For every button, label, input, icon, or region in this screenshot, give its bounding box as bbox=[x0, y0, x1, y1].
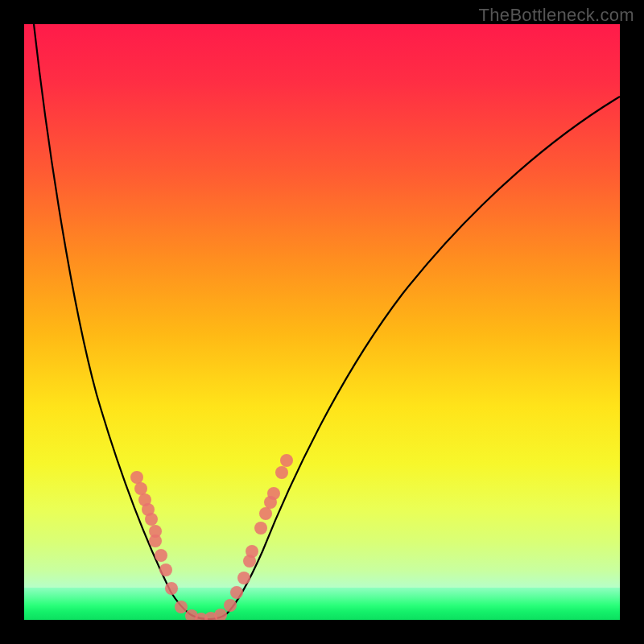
data-point bbox=[267, 487, 280, 500]
plot-area bbox=[24, 24, 620, 620]
chart-container: TheBottleneck.com bbox=[0, 0, 644, 644]
data-point bbox=[230, 586, 243, 599]
data-point bbox=[159, 564, 172, 576]
data-point bbox=[224, 599, 237, 612]
data-point bbox=[246, 545, 258, 558]
data-point bbox=[149, 535, 162, 547]
data-point bbox=[155, 549, 167, 562]
watermark-label: TheBottleneck.com bbox=[479, 5, 634, 26]
data-point bbox=[254, 522, 267, 535]
data-point bbox=[134, 482, 147, 495]
data-point bbox=[175, 601, 188, 613]
data-point bbox=[280, 454, 293, 467]
plot-frame bbox=[24, 24, 620, 620]
data-point bbox=[130, 471, 143, 484]
bottleneck-curve bbox=[34, 24, 620, 619]
data-point bbox=[259, 507, 272, 520]
data-point bbox=[145, 513, 158, 526]
data-point bbox=[237, 572, 250, 584]
data-point bbox=[275, 466, 288, 479]
data-point bbox=[214, 609, 227, 620]
data-point bbox=[165, 582, 178, 595]
curve-layer bbox=[24, 24, 620, 620]
